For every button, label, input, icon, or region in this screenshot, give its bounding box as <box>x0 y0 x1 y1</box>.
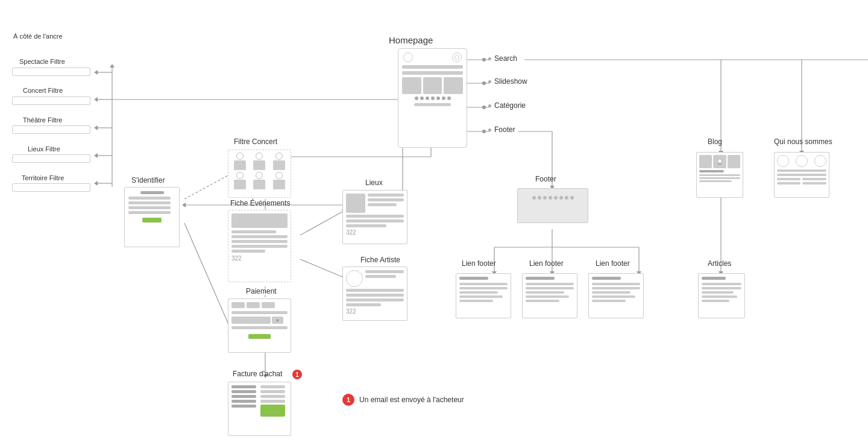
lieux-label: Lieux <box>365 178 383 187</box>
concert-filtre-bar <box>12 96 90 105</box>
slideshow-label: Slideshow <box>494 77 527 86</box>
facture-wireframe <box>228 382 291 436</box>
svg-marker-48 <box>94 125 98 130</box>
svg-marker-44 <box>94 70 98 75</box>
filtre-concert-label: Filtre Concert <box>234 137 277 146</box>
email-note: Un email est envoyé à l'acheteur <box>359 396 464 404</box>
svg-point-1 <box>482 58 486 62</box>
categorie-label: Catégorie <box>494 101 526 110</box>
canvas: Homepage Á <box>0 0 868 448</box>
lien-footer2-label: Lien footer <box>529 259 564 268</box>
articles-wireframe <box>698 273 745 318</box>
svg-marker-52 <box>94 181 98 186</box>
fiche-evenements-wireframe: 322 <box>228 210 291 282</box>
lien-footer3-wireframe <box>588 273 644 318</box>
svg-line-30 <box>300 259 344 277</box>
sidentifier-label: S'identifier <box>131 176 165 185</box>
fiche-evenements-label: Fiche Événements <box>230 199 290 207</box>
lieux-filtre-label: Lieux Filtre <box>28 145 60 153</box>
svg-point-3 <box>482 81 486 85</box>
paiement-wireframe: ▼ <box>228 298 291 353</box>
svg-line-36 <box>184 175 229 199</box>
svg-line-28 <box>300 211 344 235</box>
spectacle-filtre-label: Spectacle Filtre <box>19 58 65 65</box>
concert-filtre-label: Concert Filtre <box>23 87 63 94</box>
territoire-filtre-label: Territoire Filtre <box>22 174 64 181</box>
blog-wireframe <box>696 152 743 198</box>
theatre-filtre-label: Théâtre Filtre <box>23 116 62 124</box>
footer-node-wireframe <box>517 188 588 223</box>
search-label: Search <box>494 54 517 63</box>
qui-sommes-wireframe <box>774 152 829 198</box>
theatre-filtre-bar <box>12 125 90 134</box>
lien-footer3-label: Lien footer <box>596 259 630 268</box>
homepage-title: Homepage <box>389 35 433 45</box>
svg-marker-22 <box>182 203 186 207</box>
fiche-artiste-label: Fiche Artiste <box>360 256 400 264</box>
sidentifier-wireframe <box>124 187 180 247</box>
articles-label: Articles <box>708 259 731 268</box>
facture-badge: 1 <box>292 370 302 379</box>
spectacle-filtre-bar <box>12 68 90 76</box>
blog-label: Blog <box>708 137 722 146</box>
paiement-label: Paiement <box>246 287 277 295</box>
lien-footer1-label: Lien footer <box>462 259 496 268</box>
a-cote-label: Á côté de l'ancre <box>13 33 63 40</box>
svg-marker-41 <box>110 64 115 68</box>
svg-point-7 <box>482 130 486 133</box>
qui-sommes-label: Qui nous sommes <box>774 137 832 146</box>
svg-marker-46 <box>94 97 98 102</box>
lien-footer1-wireframe <box>456 273 511 318</box>
email-badge: 1 <box>342 394 354 406</box>
homepage-wireframe <box>398 48 467 148</box>
lieux-filtre-bar <box>12 154 90 163</box>
svg-point-5 <box>482 106 486 109</box>
footer-node-label: Footer <box>535 175 556 183</box>
svg-line-37 <box>184 223 229 326</box>
svg-marker-50 <box>94 153 98 158</box>
footer-side-label: Footer <box>494 125 515 134</box>
fiche-artiste-wireframe: 322 <box>342 267 407 321</box>
territoire-filtre-bar <box>12 183 90 192</box>
facture-label: Facture d'achat <box>233 370 282 378</box>
lieux-wireframe: 322 <box>342 190 407 244</box>
filtre-concert-wireframe <box>228 150 291 198</box>
lien-footer2-wireframe <box>522 273 577 318</box>
